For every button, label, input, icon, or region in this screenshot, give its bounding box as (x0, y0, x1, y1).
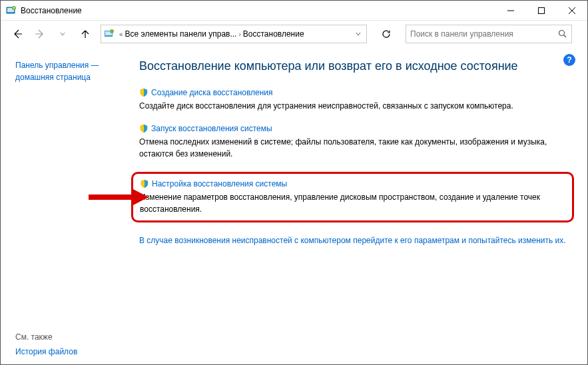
breadcrumb-item-2[interactable]: Восстановление (243, 29, 304, 39)
breadcrumb-item-1[interactable]: Все элементы панели управ... (125, 29, 237, 39)
recent-dropdown[interactable] (53, 24, 73, 44)
svg-marker-13 (132, 188, 148, 206)
breadcrumb-dropdown[interactable] (353, 29, 364, 39)
see-also-label: См. также (15, 332, 77, 342)
titlebar: Восстановление (1, 1, 587, 21)
window-title: Восстановление (21, 6, 82, 15)
breadcrumb[interactable]: « Все элементы панели управ... › Восстан… (101, 25, 367, 43)
search-box[interactable] (406, 25, 572, 43)
control-panel-icon (104, 29, 115, 39)
option-system-restore: Запуск восстановления системы Отмена пос… (139, 124, 571, 160)
control-panel-home-link[interactable]: Панель управления — домашняя страница (15, 59, 125, 83)
svg-rect-4 (539, 7, 545, 13)
configure-restore-link[interactable]: Настройка восстановления системы (152, 179, 287, 188)
window: Восстановление « Все элементы панели упр… (0, 0, 588, 365)
annotation-arrow (89, 187, 148, 209)
navbar: « Все элементы панели управ... › Восстан… (1, 21, 587, 47)
shield-icon (139, 124, 148, 133)
search-icon[interactable] (558, 29, 567, 39)
svg-point-9 (110, 29, 114, 33)
create-recovery-drive-desc: Создайте диск восстановления для устране… (139, 100, 571, 112)
file-history-link[interactable]: История файлов (15, 347, 77, 356)
troubleshoot-link[interactable]: В случае возникновения неисправностей с … (139, 234, 571, 246)
close-button[interactable] (557, 1, 587, 21)
up-button[interactable] (75, 24, 95, 44)
chevron-right-icon[interactable]: › (236, 31, 242, 38)
system-restore-desc: Отмена последних изменений в системе; фа… (139, 136, 571, 160)
page-title: Восстановление компьютера или возврат ег… (139, 59, 571, 73)
forward-button[interactable] (30, 24, 50, 44)
breadcrumb-prefix: « (117, 31, 125, 38)
recovery-icon (6, 5, 17, 16)
maximize-button[interactable] (526, 1, 557, 21)
option-configure-restore: Настройка восстановления системы Изменен… (131, 172, 574, 222)
system-restore-link[interactable]: Запуск восстановления системы (151, 124, 272, 133)
minimize-button[interactable] (495, 1, 526, 21)
create-recovery-drive-link[interactable]: Создание диска восстановления (151, 88, 273, 97)
refresh-button[interactable] (376, 25, 396, 43)
search-input[interactable] (410, 29, 555, 39)
svg-line-11 (564, 35, 567, 38)
svg-point-10 (559, 31, 565, 36)
option-create-recovery-drive: Создание диска восстановления Создайте д… (139, 88, 571, 112)
configure-restore-desc: Изменение параметров восстановления, упр… (140, 191, 565, 215)
main: Восстановление компьютера или возврат ег… (134, 47, 587, 364)
back-button[interactable] (7, 24, 27, 44)
shield-icon (139, 88, 148, 97)
